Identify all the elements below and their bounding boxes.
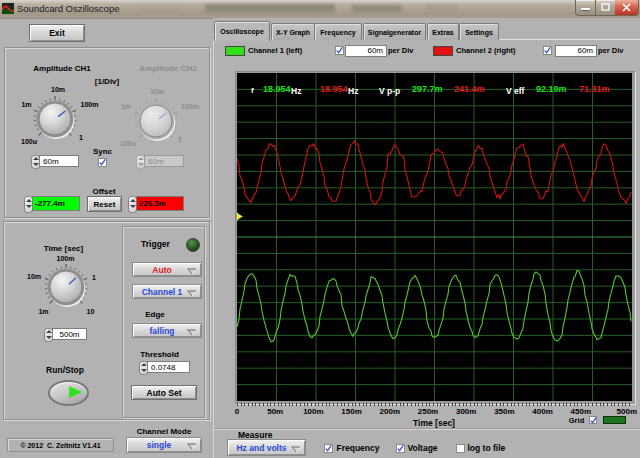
svg-text:71.31m: 71.31m [579,84,610,94]
svg-text:297.7m: 297.7m [412,84,443,94]
svg-text:92.19m: 92.19m [536,84,567,94]
svg-text:Hz: Hz [348,86,358,96]
svg-text:V eff: V eff [506,86,525,96]
svg-text:f: f [251,86,254,95]
svg-text:V p-p: V p-p [379,86,400,96]
svg-text:18.954: 18.954 [263,84,291,94]
svg-text:Hz: Hz [291,86,301,96]
svg-text:18.954: 18.954 [320,84,348,94]
svg-text:241.4m: 241.4m [454,84,485,94]
